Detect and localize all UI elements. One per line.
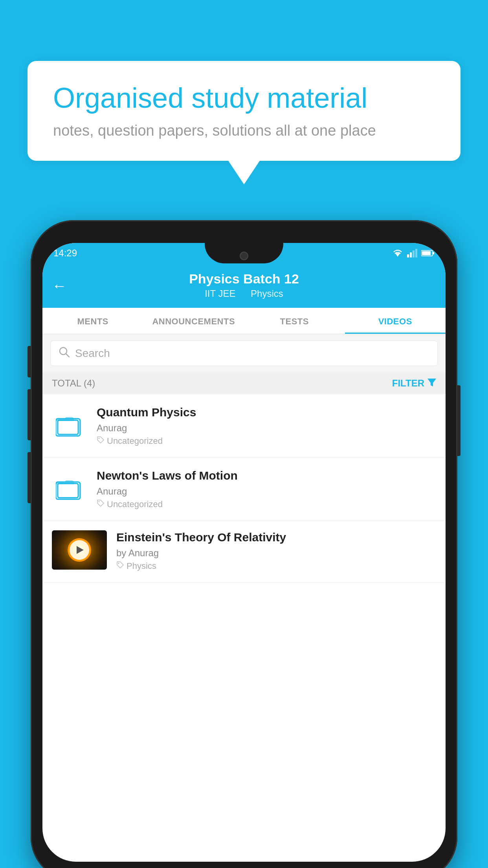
list-item[interactable]: Newton's Laws of Motion Anurag Uncategor…	[42, 458, 446, 521]
total-count: TOTAL (4)	[52, 378, 95, 389]
app-header: ← Physics Batch 12 IIT JEE Physics	[42, 263, 446, 308]
video-info-1: Quantum Physics Anurag Uncategorized	[97, 405, 436, 446]
svg-rect-3	[413, 250, 415, 257]
svg-rect-18	[58, 484, 78, 498]
tab-videos[interactable]: VIDEOS	[345, 308, 446, 334]
video-info-2: Newton's Laws of Motion Anurag Uncategor…	[97, 469, 436, 509]
tab-announcements[interactable]: ANNOUNCEMENTS	[143, 308, 244, 334]
video-thumb-space-2	[52, 475, 87, 503]
video-tag-2: Uncategorized	[97, 499, 436, 509]
tag-icon-2	[97, 499, 105, 509]
phone-frame: 14:29	[31, 220, 457, 868]
svg-rect-2	[410, 252, 412, 257]
video-author-1: Anurag	[97, 423, 436, 434]
phone-volume-down-button	[28, 389, 31, 440]
video-title-1: Quantum Physics	[97, 405, 436, 419]
filter-funnel-icon	[427, 378, 436, 389]
video-title-2: Newton's Laws of Motion	[97, 469, 436, 483]
video-author-3: by Anurag	[116, 548, 436, 559]
video-thumbnail-3	[52, 530, 107, 570]
wifi-icon	[392, 249, 403, 257]
svg-marker-10	[427, 379, 436, 386]
video-author-2: Anurag	[97, 486, 436, 497]
header-subtitle: IIT JEE Physics	[53, 288, 435, 299]
phone-power-button	[457, 385, 460, 456]
header-title: Physics Batch 12	[53, 271, 435, 287]
filter-button[interactable]: FILTER	[392, 378, 436, 389]
tag-icon-1	[97, 436, 105, 446]
phone-silent-button	[28, 452, 31, 503]
filter-bar: TOTAL (4) FILTER	[42, 372, 446, 394]
tag-icon-3	[116, 561, 124, 571]
header-subtitle-right: Physics	[251, 288, 283, 299]
search-placeholder: Search	[75, 347, 110, 360]
tab-ments[interactable]: MENTS	[42, 308, 143, 334]
status-time: 14:29	[53, 248, 77, 259]
svg-line-9	[66, 354, 69, 357]
folder-icon	[56, 412, 83, 440]
front-camera	[240, 252, 248, 260]
phone-notch	[205, 243, 283, 263]
battery-icon	[421, 250, 435, 257]
play-button[interactable]	[70, 540, 89, 560]
svg-rect-4	[415, 249, 417, 257]
search-bar[interactable]: Search	[50, 340, 438, 366]
video-title-3: Einstein's Theory Of Relativity	[116, 530, 436, 544]
svg-point-21	[118, 563, 119, 564]
speech-tail	[228, 161, 260, 184]
tabs-bar: MENTS ANNOUNCEMENTS TESTS VIDEOS	[42, 308, 446, 334]
signal-icon	[407, 249, 417, 257]
svg-rect-6	[433, 252, 434, 254]
list-item[interactable]: Quantum Physics Anurag Uncategorized	[42, 394, 446, 458]
folder-icon	[56, 475, 83, 503]
phone-volume-up-button	[28, 346, 31, 377]
bubble-heading: Organised study material	[53, 83, 435, 114]
svg-rect-13	[58, 420, 78, 434]
svg-marker-0	[395, 253, 400, 257]
play-triangle-icon	[77, 546, 84, 554]
video-info-3: Einstein's Theory Of Relativity by Anura…	[116, 530, 436, 571]
svg-point-15	[99, 438, 100, 439]
tab-tests[interactable]: TESTS	[244, 308, 345, 334]
status-icons	[392, 249, 435, 257]
search-icon	[59, 346, 70, 360]
filter-label: FILTER	[392, 378, 424, 389]
svg-rect-1	[407, 254, 409, 257]
svg-rect-7	[422, 251, 431, 255]
list-item[interactable]: Einstein's Theory Of Relativity by Anura…	[42, 521, 446, 583]
search-bar-wrapper: Search	[42, 334, 446, 372]
bubble-subtext: notes, question papers, solutions all at…	[53, 122, 435, 139]
svg-point-20	[99, 501, 100, 502]
speech-bubble-wrapper: Organised study material notes, question…	[28, 61, 460, 184]
video-tag-1: Uncategorized	[97, 436, 436, 446]
back-button[interactable]: ←	[52, 277, 67, 294]
phone-screen: 14:29	[42, 243, 446, 862]
video-list: Quantum Physics Anurag Uncategorized	[42, 394, 446, 583]
video-thumb-space-1	[52, 412, 87, 440]
speech-bubble: Organised study material notes, question…	[28, 61, 460, 161]
header-subtitle-left: IIT JEE	[205, 288, 235, 299]
video-tag-3: Physics	[116, 561, 436, 571]
